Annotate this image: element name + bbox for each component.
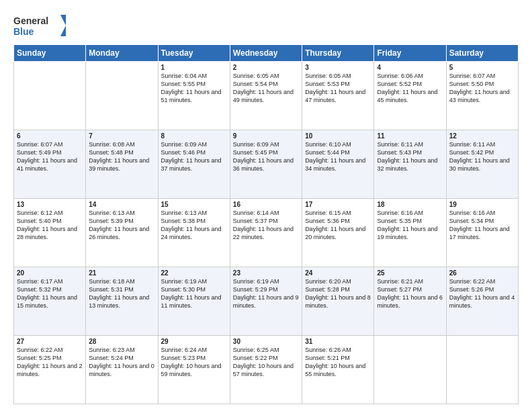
cell-info: Sunrise: 6:11 AMSunset: 5:42 PMDaylight:… bbox=[449, 140, 515, 173]
cell-day-number: 20 bbox=[17, 269, 83, 277]
cell-info: Sunrise: 6:13 AMSunset: 5:39 PMDaylight:… bbox=[89, 209, 154, 242]
calendar-week-5: 27Sunrise: 6:22 AMSunset: 5:25 PMDayligh… bbox=[14, 336, 519, 404]
cell-day-number: 9 bbox=[233, 132, 299, 140]
cell-day-number: 15 bbox=[161, 201, 227, 208]
header: General Blue bbox=[13, 12, 519, 39]
calendar-week-4: 20Sunrise: 6:17 AMSunset: 5:32 PMDayligh… bbox=[14, 267, 519, 336]
svg-text:General: General bbox=[13, 15, 48, 26]
cell-info: Sunrise: 6:09 AMSunset: 5:45 PMDaylight:… bbox=[233, 140, 299, 173]
cell-info: Sunrise: 6:19 AMSunset: 5:29 PMDaylight:… bbox=[233, 277, 299, 310]
calendar-cell: 22Sunrise: 6:19 AMSunset: 5:30 PMDayligh… bbox=[158, 267, 230, 336]
cell-info: Sunrise: 6:26 AMSunset: 5:21 PMDaylight:… bbox=[305, 346, 371, 379]
calendar-cell bbox=[446, 336, 518, 404]
cell-day-number: 21 bbox=[89, 269, 154, 277]
cell-info: Sunrise: 6:22 AMSunset: 5:26 PMDaylight:… bbox=[449, 277, 515, 310]
cell-day-number: 23 bbox=[233, 269, 299, 277]
cell-info: Sunrise: 6:22 AMSunset: 5:25 PMDaylight:… bbox=[17, 346, 83, 379]
calendar-cell: 24Sunrise: 6:20 AMSunset: 5:28 PMDayligh… bbox=[302, 267, 374, 336]
cell-info: Sunrise: 6:12 AMSunset: 5:40 PMDaylight:… bbox=[17, 209, 83, 242]
calendar-cell: 16Sunrise: 6:14 AMSunset: 5:37 PMDayligh… bbox=[230, 199, 302, 267]
cell-day-number: 31 bbox=[305, 338, 371, 345]
cell-day-number: 16 bbox=[233, 201, 299, 208]
calendar-cell: 23Sunrise: 6:19 AMSunset: 5:29 PMDayligh… bbox=[230, 267, 302, 336]
cell-day-number: 2 bbox=[233, 64, 299, 71]
cell-info: Sunrise: 6:24 AMSunset: 5:23 PMDaylight:… bbox=[161, 346, 227, 379]
cell-day-number: 6 bbox=[17, 132, 83, 140]
calendar-cell: 21Sunrise: 6:18 AMSunset: 5:31 PMDayligh… bbox=[86, 267, 158, 336]
calendar-cell: 12Sunrise: 6:11 AMSunset: 5:42 PMDayligh… bbox=[446, 130, 518, 199]
cell-info: Sunrise: 6:16 AMSunset: 5:34 PMDaylight:… bbox=[449, 209, 515, 242]
weekday-header-wednesday: Wednesday bbox=[230, 45, 302, 62]
calendar-cell: 9Sunrise: 6:09 AMSunset: 5:45 PMDaylight… bbox=[230, 130, 302, 199]
calendar-cell: 17Sunrise: 6:15 AMSunset: 5:36 PMDayligh… bbox=[302, 199, 374, 267]
weekday-header-saturday: Saturday bbox=[446, 45, 518, 62]
cell-info: Sunrise: 6:16 AMSunset: 5:35 PMDaylight:… bbox=[377, 209, 443, 242]
calendar-week-2: 6Sunrise: 6:07 AMSunset: 5:49 PMDaylight… bbox=[14, 130, 519, 199]
calendar-cell: 7Sunrise: 6:08 AMSunset: 5:48 PMDaylight… bbox=[86, 130, 158, 199]
cell-info: Sunrise: 6:05 AMSunset: 5:53 PMDaylight:… bbox=[305, 72, 371, 105]
calendar-cell: 8Sunrise: 6:09 AMSunset: 5:46 PMDaylight… bbox=[158, 130, 230, 199]
cell-day-number: 7 bbox=[89, 132, 154, 140]
weekday-header-tuesday: Tuesday bbox=[158, 45, 230, 62]
calendar-cell: 3Sunrise: 6:05 AMSunset: 5:53 PMDaylight… bbox=[302, 62, 374, 130]
cell-day-number: 27 bbox=[17, 338, 83, 345]
cell-day-number: 5 bbox=[449, 64, 515, 71]
cell-info: Sunrise: 6:09 AMSunset: 5:46 PMDaylight:… bbox=[161, 140, 227, 173]
calendar-cell: 11Sunrise: 6:11 AMSunset: 5:43 PMDayligh… bbox=[374, 130, 446, 199]
cell-info: Sunrise: 6:13 AMSunset: 5:38 PMDaylight:… bbox=[161, 209, 227, 242]
cell-info: Sunrise: 6:18 AMSunset: 5:31 PMDaylight:… bbox=[89, 277, 154, 310]
weekday-header-sunday: Sunday bbox=[14, 45, 86, 62]
cell-info: Sunrise: 6:17 AMSunset: 5:32 PMDaylight:… bbox=[17, 277, 83, 310]
calendar-cell: 4Sunrise: 6:06 AMSunset: 5:52 PMDaylight… bbox=[374, 62, 446, 130]
cell-info: Sunrise: 6:14 AMSunset: 5:37 PMDaylight:… bbox=[233, 209, 299, 242]
logo: General Blue bbox=[13, 12, 67, 39]
calendar-cell bbox=[374, 336, 446, 404]
cell-day-number: 11 bbox=[377, 132, 443, 140]
cell-day-number: 28 bbox=[89, 338, 154, 345]
calendar-cell: 13Sunrise: 6:12 AMSunset: 5:40 PMDayligh… bbox=[14, 199, 86, 267]
calendar-cell: 5Sunrise: 6:07 AMSunset: 5:50 PMDaylight… bbox=[446, 62, 518, 130]
calendar-cell: 29Sunrise: 6:24 AMSunset: 5:23 PMDayligh… bbox=[158, 336, 230, 404]
cell-info: Sunrise: 6:08 AMSunset: 5:48 PMDaylight:… bbox=[89, 140, 154, 173]
weekday-header-thursday: Thursday bbox=[302, 45, 374, 62]
calendar-cell: 28Sunrise: 6:23 AMSunset: 5:24 PMDayligh… bbox=[86, 336, 158, 404]
cell-info: Sunrise: 6:23 AMSunset: 5:24 PMDaylight:… bbox=[89, 346, 154, 379]
cell-info: Sunrise: 6:07 AMSunset: 5:50 PMDaylight:… bbox=[449, 72, 515, 105]
cell-day-number: 10 bbox=[305, 132, 371, 140]
cell-day-number: 3 bbox=[305, 64, 371, 71]
calendar-cell: 10Sunrise: 6:10 AMSunset: 5:44 PMDayligh… bbox=[302, 130, 374, 199]
calendar-table: SundayMondayTuesdayWednesdayThursdayFrid… bbox=[13, 44, 519, 404]
cell-day-number: 24 bbox=[305, 269, 371, 277]
calendar-cell: 19Sunrise: 6:16 AMSunset: 5:34 PMDayligh… bbox=[446, 199, 518, 267]
calendar-cell: 20Sunrise: 6:17 AMSunset: 5:32 PMDayligh… bbox=[14, 267, 86, 336]
cell-info: Sunrise: 6:06 AMSunset: 5:52 PMDaylight:… bbox=[377, 72, 443, 105]
cell-day-number: 22 bbox=[161, 269, 227, 277]
cell-info: Sunrise: 6:11 AMSunset: 5:43 PMDaylight:… bbox=[377, 140, 443, 173]
cell-info: Sunrise: 6:04 AMSunset: 5:55 PMDaylight:… bbox=[161, 72, 227, 105]
cell-day-number: 13 bbox=[17, 201, 83, 208]
weekday-header-friday: Friday bbox=[374, 45, 446, 62]
calendar-cell: 1Sunrise: 6:04 AMSunset: 5:55 PMDaylight… bbox=[158, 62, 230, 130]
logo-icon: General Blue bbox=[13, 12, 67, 39]
calendar-cell: 31Sunrise: 6:26 AMSunset: 5:21 PMDayligh… bbox=[302, 336, 374, 404]
calendar-cell: 15Sunrise: 6:13 AMSunset: 5:38 PMDayligh… bbox=[158, 199, 230, 267]
cell-info: Sunrise: 6:19 AMSunset: 5:30 PMDaylight:… bbox=[161, 277, 227, 310]
cell-day-number: 14 bbox=[89, 201, 154, 208]
calendar-cell bbox=[86, 62, 158, 130]
cell-day-number: 26 bbox=[449, 269, 515, 277]
cell-day-number: 18 bbox=[377, 201, 443, 208]
cell-day-number: 25 bbox=[377, 269, 443, 277]
cell-info: Sunrise: 6:07 AMSunset: 5:49 PMDaylight:… bbox=[17, 140, 83, 173]
cell-info: Sunrise: 6:15 AMSunset: 5:36 PMDaylight:… bbox=[305, 209, 371, 242]
calendar-cell: 14Sunrise: 6:13 AMSunset: 5:39 PMDayligh… bbox=[86, 199, 158, 267]
cell-day-number: 29 bbox=[161, 338, 227, 345]
cell-info: Sunrise: 6:10 AMSunset: 5:44 PMDaylight:… bbox=[305, 140, 371, 173]
calendar-week-3: 13Sunrise: 6:12 AMSunset: 5:40 PMDayligh… bbox=[14, 199, 519, 267]
weekday-header-monday: Monday bbox=[86, 45, 158, 62]
calendar-cell: 18Sunrise: 6:16 AMSunset: 5:35 PMDayligh… bbox=[374, 199, 446, 267]
cell-info: Sunrise: 6:05 AMSunset: 5:54 PMDaylight:… bbox=[233, 72, 299, 105]
cell-day-number: 8 bbox=[161, 132, 227, 140]
svg-marker-2 bbox=[60, 15, 66, 36]
cell-day-number: 17 bbox=[305, 201, 371, 208]
calendar-cell: 26Sunrise: 6:22 AMSunset: 5:26 PMDayligh… bbox=[446, 267, 518, 336]
